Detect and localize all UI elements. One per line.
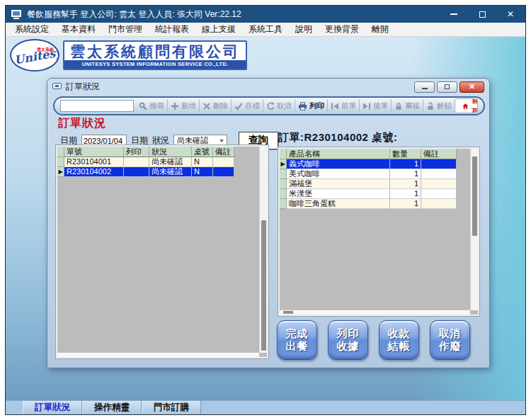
item-row[interactable]: 咖啡三角蛋糕 1: [280, 199, 457, 209]
col-table-no: 桌號: [192, 147, 213, 157]
col-status: 狀況: [149, 147, 192, 157]
action-buttons: 完成 出餐 列印 收據 收款 結帳 取消 作廢: [277, 320, 470, 360]
app-icon: [11, 10, 23, 19]
delete-button[interactable]: 刪除: [199, 99, 231, 113]
order-items-grid-panel: 產品名稱 數量 備註 ▶ 義式咖啡 1 美式咖啡 1: [278, 147, 479, 316]
tab-store-ordering[interactable]: 門市訂購: [142, 401, 201, 414]
menu-change-background[interactable]: 更換背景: [319, 23, 365, 36]
orders-grid-header: 單號 列印 狀況 桌號 備註: [57, 147, 234, 157]
window-title: 餐飲服務幫手 登入公司: 雲太 登入人員: 張大同 Ver:22.12: [27, 8, 241, 21]
col-note: 備註: [213, 147, 234, 157]
menu-system-settings[interactable]: 系統設定: [8, 23, 55, 36]
toolbar-right-group: 首頁 離開: [455, 98, 478, 113]
menu-basic-data[interactable]: 基本資料: [55, 23, 102, 36]
refresh-icon: [266, 102, 275, 110]
client-area: Unitesys 雲太系統 雲太系統顧問有限公司 UNITESYS SYSTEM…: [6, 37, 525, 400]
menu-online-support[interactable]: 線上支援: [195, 23, 242, 36]
print-receipt-button[interactable]: 列印 收據: [328, 320, 368, 360]
add-button[interactable]: 新增: [167, 99, 199, 113]
previous-record-button[interactable]: 前筆: [327, 99, 359, 113]
lock-icon: [394, 102, 403, 110]
toolbar: 搜尋 新增 刪除 存檔 取消: [53, 96, 485, 115]
next-record-button[interactable]: 後筆: [359, 99, 391, 113]
titlebar: 餐飲服務幫手 登入公司: 雲太 登入人員: 張大同 Ver:22.12 ✕: [6, 6, 525, 23]
order-detail-heading: 訂單:R230104002 桌號:: [278, 131, 398, 144]
menu-bar: 系統設定 基本資料 門市管理 統計報表 線上支援 系統工具 說明 更換背景 離開: [6, 23, 525, 37]
printer-icon: [298, 102, 307, 110]
search-icon: [139, 102, 147, 110]
col-order-no: 單號: [64, 147, 124, 157]
app-window: 餐飲服務幫手 登入公司: 雲太 登入人員: 張大同 Ver:22.12 ✕ 系統…: [5, 5, 526, 415]
search-button[interactable]: 搜尋: [136, 99, 167, 113]
company-name-zh: 雲太系統顧問有限公司: [64, 42, 246, 60]
item-row[interactable]: 美式咖啡 1: [280, 169, 457, 179]
tab-operation-wizard[interactable]: 操作精靈: [82, 401, 142, 414]
form-icon: [52, 83, 62, 91]
menu-exit[interactable]: 離開: [365, 23, 395, 36]
orders-vertical-scrollbar[interactable]: [259, 147, 267, 353]
audit-button[interactable]: 審核: [391, 99, 423, 113]
unlock-icon: [426, 102, 435, 110]
menu-help[interactable]: 說明: [289, 23, 319, 36]
collect-payment-button[interactable]: 收款 結帳: [379, 320, 419, 360]
previous-icon: [331, 102, 339, 110]
company-logo: Unitesys 雲太系統 雲太系統顧問有限公司 UNITESYS SYSTEM…: [10, 39, 247, 72]
cancel-button[interactable]: 取消: [263, 99, 295, 113]
orders-grid-panel: 單號 列印 狀況 桌號 備註 R230104001 尚未確認 N: [56, 145, 268, 358]
page-title: 訂單狀況: [58, 116, 106, 131]
col-product-name: 產品名稱: [287, 149, 390, 159]
col-item-note: 備註: [421, 149, 457, 159]
inner-maximize-button[interactable]: [437, 81, 457, 93]
table-row-selected[interactable]: ▶ R230104002 尚未確認 N: [57, 167, 234, 177]
unlock-button[interactable]: 解鎖: [423, 99, 455, 113]
items-vertical-scrollbar[interactable]: [470, 149, 478, 310]
table-row[interactable]: R230104001 尚未確認 N: [57, 157, 234, 167]
items-horizontal-scrollbar[interactable]: [280, 310, 470, 314]
minimize-button[interactable]: [449, 9, 459, 19]
col-quantity: 數量: [390, 149, 421, 159]
maximize-button[interactable]: [477, 9, 487, 19]
close-icon: ✕: [469, 84, 475, 90]
logo-mini-text: 雲太系統: [37, 47, 54, 53]
print-button[interactable]: 列印: [295, 99, 327, 113]
menu-store-management[interactable]: 門市管理: [102, 23, 149, 36]
inner-window-title: 訂單狀況: [66, 81, 100, 93]
save-button[interactable]: 存檔: [231, 99, 263, 113]
x-icon: [202, 102, 211, 110]
cancel-void-button[interactable]: 取消 作廢: [430, 320, 470, 360]
inner-window-titlebar: 訂單狀況 ✕: [47, 79, 489, 95]
row-marker-icon: ▶: [280, 159, 287, 169]
order-status-window: 訂單狀況 ✕ 搜尋 新增: [47, 78, 490, 368]
tab-order-status[interactable]: 訂單狀況: [23, 401, 82, 414]
order-items-grid: 產品名稱 數量 備註 ▶ 義式咖啡 1 美式咖啡 1: [280, 149, 457, 209]
search-input[interactable]: [60, 100, 134, 112]
item-row-selected[interactable]: ▶ 義式咖啡 1: [280, 159, 457, 169]
inner-minimize-button[interactable]: [414, 81, 435, 93]
home-icon: [462, 102, 469, 110]
col-print: 列印: [124, 147, 149, 157]
close-icon: ✕: [507, 10, 514, 18]
logo-oval-icon: Unitesys 雲太系統: [10, 39, 59, 72]
item-row[interactable]: 滿福堡 1: [280, 179, 457, 189]
chevron-down-icon: [219, 140, 224, 142]
items-grid-header: 產品名稱 數量 備註: [280, 149, 457, 159]
company-name-en: UNITESYS SYSTEM INFORMATION SERVICE CO.,…: [64, 60, 246, 69]
next-icon: [362, 102, 371, 110]
menu-system-tools[interactable]: 系統工具: [242, 23, 289, 36]
inner-close-button[interactable]: ✕: [459, 81, 484, 93]
close-button[interactable]: ✕: [506, 9, 515, 19]
orders-grid: 單號 列印 狀況 桌號 備註 R230104001 尚未確認 N: [57, 147, 234, 177]
home-button[interactable]: 首頁: [455, 99, 478, 113]
orders-horizontal-scrollbar[interactable]: [57, 353, 259, 357]
plus-icon: [171, 102, 179, 110]
check-icon: [234, 102, 243, 110]
menu-statistics-reports[interactable]: 統計報表: [149, 23, 195, 36]
row-marker-icon: ▶: [57, 167, 64, 177]
item-row[interactable]: 米漢堡 1: [280, 189, 457, 199]
complete-serve-button[interactable]: 完成 出餐: [277, 320, 317, 360]
bottom-tab-bar: 訂單狀況 操作精靈 門市訂購: [6, 400, 525, 414]
logo-company-box: 雲太系統顧問有限公司 UNITESYS SYSTEM INFORMATION S…: [63, 40, 247, 70]
